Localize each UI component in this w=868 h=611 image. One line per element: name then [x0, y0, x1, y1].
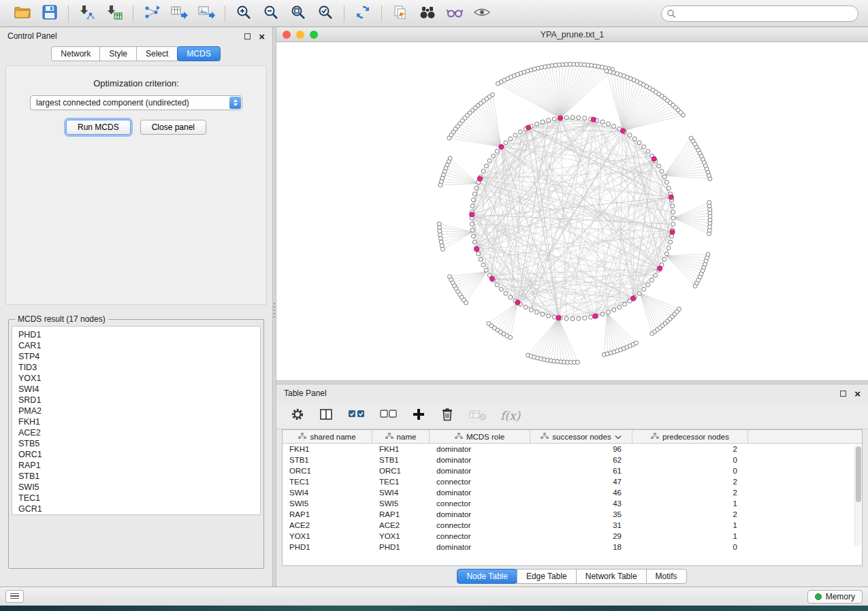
export-image-button[interactable]: [195, 3, 217, 24]
table-cell[interactable]: SWI4: [372, 487, 430, 498]
table-cell[interactable]: 2: [632, 476, 748, 487]
criterion-dropdown[interactable]: largest connected component (undirected): [30, 95, 242, 110]
table-cell[interactable]: YOX1: [372, 531, 430, 542]
deselect-all-rows-button[interactable]: [379, 407, 398, 424]
table-cell[interactable]: SWI5: [283, 498, 372, 509]
table-cell[interactable]: 46: [530, 487, 632, 498]
column-header-predecessor-nodes[interactable]: predecessor nodes: [632, 430, 748, 443]
binoculars-button[interactable]: [417, 3, 438, 24]
export-network-button[interactable]: [141, 3, 163, 24]
table-row[interactable]: SWI5SWI5connector431: [283, 498, 862, 509]
tab-network[interactable]: Network: [51, 46, 100, 61]
mcds-result-item[interactable]: RAP1: [18, 460, 260, 471]
column-header-successor-nodes[interactable]: successor nodes: [530, 430, 632, 443]
table-row[interactable]: STB1STB1dominator620: [283, 455, 862, 465]
zoom-fit-button[interactable]: [287, 3, 309, 24]
show-columns-button[interactable]: [319, 407, 334, 424]
table-cell[interactable]: 2: [632, 509, 748, 520]
network-canvas[interactable]: [276, 42, 868, 380]
table-cell[interactable]: RAP1: [372, 509, 430, 520]
table-cell[interactable]: ACE2: [283, 520, 372, 531]
table-cell[interactable]: 18: [530, 542, 632, 552]
mcds-result-item[interactable]: PHD1: [18, 329, 260, 340]
table-cell[interactable]: 47: [530, 476, 632, 487]
table-settings-button[interactable]: [290, 407, 305, 424]
run-mcds-button[interactable]: Run MCDS: [66, 120, 131, 135]
show-panels-button[interactable]: [5, 590, 24, 603]
table-cell[interactable]: TEC1: [283, 476, 372, 487]
mcds-result-item[interactable]: SWI4: [18, 384, 260, 395]
open-session-button[interactable]: [12, 3, 33, 24]
vertical-splitter[interactable]: [272, 27, 276, 587]
table-cell[interactable]: ACE2: [372, 520, 430, 531]
tab-node-table[interactable]: Node Table: [457, 569, 517, 584]
export-table-button[interactable]: [168, 3, 190, 24]
table-cell[interactable]: 43: [530, 498, 632, 509]
tab-motifs[interactable]: Motifs: [646, 569, 687, 584]
table-cell[interactable]: 2: [632, 487, 748, 498]
table-cell[interactable]: 1: [632, 531, 748, 542]
table-cell[interactable]: 29: [530, 531, 632, 542]
table-cell[interactable]: PHD1: [283, 542, 372, 552]
table-cell[interactable]: connector: [430, 531, 530, 542]
mcds-result-list[interactable]: PHD1CAR1STP4TID3YOX1SWI4SRD1PMA2FKH1ACE2…: [12, 326, 261, 515]
table-cell[interactable]: YOX1: [283, 531, 372, 542]
scrollbar-thumb[interactable]: [856, 446, 861, 502]
table-cell[interactable]: dominator: [430, 487, 530, 498]
zoom-selected-button[interactable]: [315, 3, 336, 24]
import-table-button[interactable]: [103, 3, 125, 24]
save-session-button[interactable]: [39, 3, 61, 24]
zoom-in-button[interactable]: [233, 3, 255, 24]
tab-network-table[interactable]: Network Table: [576, 569, 647, 584]
table-cell[interactable]: SWI4: [283, 487, 372, 498]
mcds-result-item[interactable]: TEC1: [18, 493, 260, 503]
mcds-result-item[interactable]: SWI5: [18, 482, 260, 493]
mcds-result-item[interactable]: STB5: [18, 438, 260, 449]
table-row[interactable]: SWI4SWI4dominator462: [283, 487, 862, 498]
table-cell[interactable]: 0: [632, 455, 748, 465]
close-mcds-panel-button[interactable]: Close panel: [140, 120, 206, 135]
table-scrollbar[interactable]: [854, 444, 861, 546]
eye-button[interactable]: [471, 3, 493, 24]
tab-select[interactable]: Select: [136, 46, 178, 61]
mcds-result-item[interactable]: YOX1: [18, 373, 260, 384]
table-cell[interactable]: SWI5: [372, 498, 430, 509]
table-cell[interactable]: 35: [530, 509, 632, 520]
mcds-result-item[interactable]: TID3: [18, 362, 260, 373]
close-table-panel-icon[interactable]: ×: [854, 389, 861, 399]
mcds-result-item[interactable]: SRD1: [18, 395, 260, 406]
table-row[interactable]: FKH1FKH1dominator962: [283, 444, 862, 455]
table-cell[interactable]: 62: [530, 455, 632, 465]
table-row[interactable]: ACE2ACE2connector311: [283, 520, 862, 531]
table-cell[interactable]: connector: [430, 498, 530, 509]
add-row-button[interactable]: [411, 407, 426, 424]
clone-network-button[interactable]: [389, 3, 411, 24]
tab-edge-table[interactable]: Edge Table: [517, 569, 577, 584]
window-maximize-button[interactable]: [310, 31, 318, 39]
table-cell[interactable]: 0: [632, 465, 748, 476]
table-cell[interactable]: STB1: [283, 455, 372, 465]
table-cell[interactable]: dominator: [430, 542, 530, 552]
mcds-result-item[interactable]: ACE2: [18, 427, 260, 438]
table-row[interactable]: RAP1RAP1dominator352: [283, 509, 862, 520]
table-row[interactable]: ORC1ORC1dominator610: [283, 465, 862, 476]
search-input[interactable]: [661, 5, 858, 22]
table-cell[interactable]: FKH1: [372, 444, 430, 455]
table-row[interactable]: PHD1PHD1dominator180: [283, 542, 862, 552]
table-cell[interactable]: ORC1: [283, 465, 372, 476]
table-cell[interactable]: dominator: [430, 444, 530, 455]
close-panel-icon[interactable]: ×: [259, 31, 265, 42]
mcds-result-item[interactable]: FKH1: [18, 416, 260, 427]
column-header-name[interactable]: name: [372, 430, 430, 443]
table-cell[interactable]: RAP1: [283, 509, 372, 520]
mcds-result-item[interactable]: STP4: [18, 351, 260, 362]
import-network-button[interactable]: [76, 3, 98, 24]
float-panel-icon[interactable]: [244, 33, 251, 39]
tab-mcds[interactable]: MCDS: [177, 46, 220, 61]
table-cell[interactable]: PHD1: [372, 542, 430, 552]
column-header-shared-name[interactable]: shared name: [283, 430, 372, 443]
table-cell[interactable]: connector: [430, 520, 530, 531]
column-header-mcds-role[interactable]: MCDS role: [430, 430, 530, 443]
table-cell[interactable]: dominator: [430, 465, 530, 476]
tab-style[interactable]: Style: [99, 46, 137, 61]
